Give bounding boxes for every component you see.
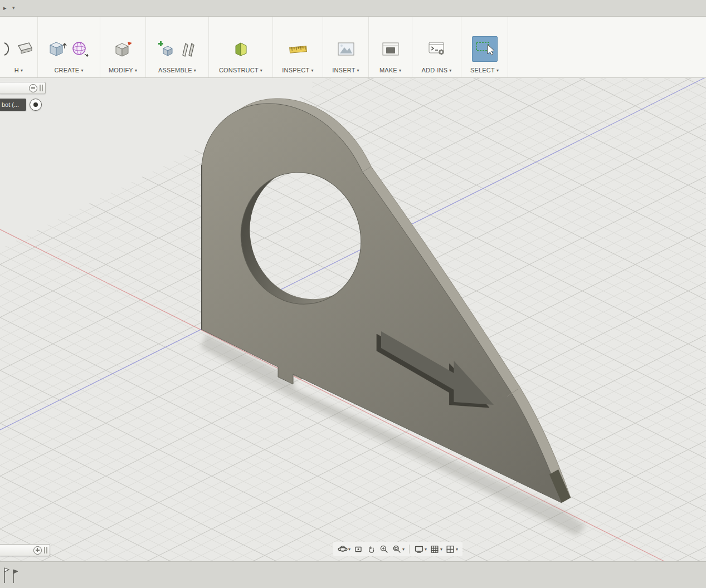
create-icons (48, 36, 90, 62)
strip-play-icon[interactable]: ▸ (3, 4, 7, 12)
fit-icon (392, 544, 402, 554)
create-label[interactable]: CREATE ▾ (54, 67, 83, 74)
new-component-icon[interactable] (157, 40, 176, 58)
insert-label-text: INSERT (332, 67, 355, 74)
modify-icons (114, 36, 133, 62)
panel-grip-handle-bottom[interactable] (44, 547, 47, 553)
modify-box-icon[interactable] (114, 40, 133, 58)
construct-label[interactable]: CONSTRUCT ▾ (219, 67, 262, 74)
fit-caret-icon[interactable]: ▾ (402, 547, 405, 552)
grid-snaps-icon (430, 544, 440, 554)
collapsed-panel-bottom[interactable] (0, 544, 50, 556)
insert-label[interactable]: INSERT ▾ (332, 67, 359, 74)
scripts-addins-icon[interactable] (427, 40, 446, 58)
toolbar-group-select[interactable]: SELECT ▾ (461, 17, 508, 77)
main-toolbar: H ▾ CREATE ▾ (0, 17, 706, 78)
browser-dot-toggle[interactable] (30, 99, 42, 111)
assemble-label[interactable]: ASSEMBLE ▾ (158, 67, 196, 74)
insert-image-icon[interactable] (337, 40, 356, 58)
joint-icon[interactable] (179, 40, 198, 58)
addins-caret-icon: ▾ (449, 68, 451, 73)
orbit-caret-icon[interactable]: ▾ (348, 547, 350, 552)
nav-look-at-button[interactable] (352, 543, 364, 555)
look-at-icon (353, 544, 363, 554)
measure-ruler-icon[interactable] (288, 40, 308, 58)
timeline-strip (0, 561, 706, 588)
nav-grid-snaps-button[interactable]: ▾ (429, 543, 444, 555)
toolbar-empty-space (508, 17, 706, 77)
display-caret-icon[interactable]: ▾ (425, 547, 427, 552)
sketch-icons (3, 36, 35, 62)
make-label[interactable]: MAKE ▾ (379, 67, 401, 74)
inspect-label[interactable]: INSPECT ▾ (282, 67, 313, 74)
viewport[interactable] (0, 78, 706, 561)
toolbar-group-sketch[interactable]: H ▾ (0, 17, 38, 77)
select-box-icon[interactable] (473, 37, 497, 61)
viewport-canvas[interactable] (0, 78, 706, 561)
timeline-marker-filled-icon[interactable] (11, 565, 20, 585)
expand-plus-icon[interactable] (33, 546, 42, 555)
navbar-separator (409, 545, 410, 553)
make-label-text: MAKE (379, 67, 397, 74)
inspect-icons (288, 36, 308, 62)
orbit-icon (338, 544, 348, 554)
select-highlight-box[interactable] (472, 36, 498, 62)
construct-label-text: CONSTRUCT (219, 67, 259, 74)
nav-fit-button[interactable]: ▾ (391, 543, 406, 555)
strip-caret-icon[interactable]: ▾ (12, 5, 15, 11)
window-top-strip: ▸ ▾ (0, 0, 706, 17)
form-sphere-icon[interactable] (71, 40, 90, 58)
browser-document-tag[interactable]: bot (... (0, 99, 26, 111)
make-caret-icon: ▾ (399, 68, 401, 73)
nav-display-settings-button[interactable]: ▾ (413, 543, 428, 555)
construction-plane-icon[interactable] (231, 40, 250, 58)
arc-icon[interactable] (3, 40, 12, 58)
assemble-icons (157, 36, 198, 62)
toolbar-group-create[interactable]: CREATE ▾ (38, 17, 100, 77)
solid-box-icon[interactable] (48, 40, 67, 58)
addins-label-text: ADD-INS (422, 67, 448, 74)
toolbar-group-modify[interactable]: MODIFY ▾ (100, 17, 146, 77)
modify-label[interactable]: MODIFY ▾ (109, 67, 137, 74)
construct-caret-icon: ▾ (260, 68, 262, 73)
select-icons (472, 36, 498, 62)
sketch-plane-icon[interactable] (16, 40, 35, 58)
toolbar-group-make[interactable]: MAKE ▾ (369, 17, 412, 77)
zoom-icon (379, 544, 389, 554)
panel-grip-handle[interactable] (40, 85, 43, 91)
toolbar-group-addins[interactable]: ADD-INS ▾ (412, 17, 461, 77)
grid-caret-icon[interactable]: ▾ (440, 547, 442, 552)
timeline-markers[interactable] (2, 565, 20, 585)
toolbar-group-construct[interactable]: CONSTRUCT ▾ (209, 17, 273, 77)
insert-caret-icon: ▾ (357, 68, 359, 73)
toolbar-group-insert[interactable]: INSERT ▾ (323, 17, 369, 77)
addins-label[interactable]: ADD-INS ▾ (422, 67, 452, 74)
viewports-icon (445, 544, 455, 554)
nav-zoom-button[interactable] (378, 543, 390, 555)
nav-viewports-button[interactable]: ▾ (444, 543, 459, 555)
insert-icons (337, 36, 356, 62)
make-icons (381, 36, 400, 62)
toolbar-group-inspect[interactable]: INSPECT ▾ (273, 17, 323, 77)
sketch-label-text: H (14, 67, 19, 74)
inspect-label-text: INSPECT (282, 67, 309, 74)
addins-icons (427, 36, 446, 62)
select-label-text: SELECT (470, 67, 495, 74)
select-caret-icon: ▾ (496, 68, 499, 73)
make-icon[interactable] (381, 40, 400, 58)
select-label[interactable]: SELECT ▾ (470, 67, 499, 74)
browser-document-tag-text: bot (... (2, 101, 19, 108)
viewports-caret-icon[interactable]: ▾ (456, 547, 458, 552)
sketch-caret-icon: ▾ (21, 68, 23, 73)
sketch-label[interactable]: H ▾ (14, 67, 23, 74)
toolbar-group-assemble[interactable]: ASSEMBLE ▾ (146, 17, 209, 77)
assemble-caret-icon: ▾ (194, 68, 196, 73)
construct-icons (231, 36, 250, 62)
collapse-minus-icon[interactable] (29, 84, 37, 92)
pan-hand-icon (366, 544, 376, 554)
collapsed-panel-top[interactable] (0, 82, 46, 94)
timeline-marker-outline-icon[interactable] (2, 565, 11, 585)
nav-orbit-button[interactable]: ▾ (337, 543, 352, 555)
nav-pan-button[interactable] (365, 543, 377, 555)
create-caret-icon: ▾ (81, 68, 83, 73)
